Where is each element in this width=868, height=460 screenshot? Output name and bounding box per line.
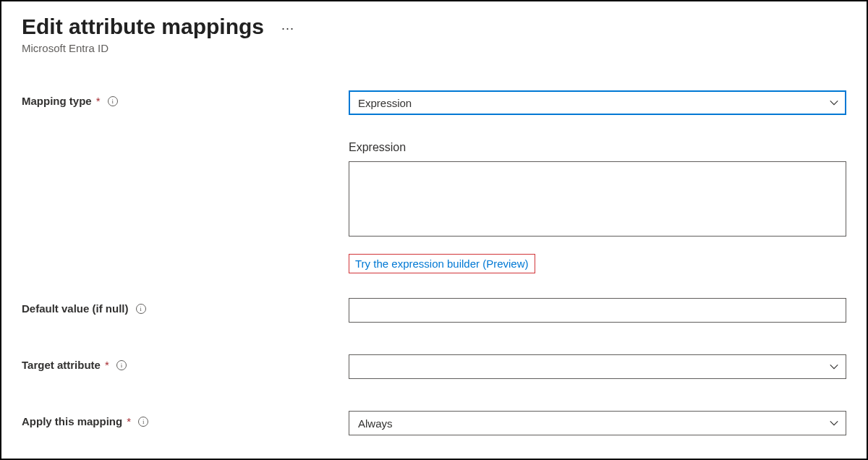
- required-asterisk: *: [124, 415, 131, 427]
- info-icon[interactable]: i: [138, 417, 148, 427]
- expression-textarea[interactable]: [349, 161, 846, 237]
- expression-label: Expression: [349, 141, 846, 154]
- default-value-label: Default value (if null): [22, 302, 129, 315]
- mapping-type-label: Mapping type *: [22, 95, 101, 107]
- try-expression-builder-link[interactable]: Try the expression builder (Preview): [349, 254, 535, 273]
- more-icon[interactable]: ···: [281, 22, 294, 35]
- info-icon[interactable]: i: [108, 96, 118, 106]
- page-title: Edit attribute mappings: [22, 14, 264, 39]
- target-attribute-label: Target attribute *: [22, 359, 109, 371]
- apply-mapping-select[interactable]: Always: [349, 411, 846, 435]
- page-header: Edit attribute mappings ··· Microsoft En…: [22, 14, 846, 54]
- default-value-input[interactable]: [349, 298, 846, 323]
- mapping-type-select[interactable]: Expression: [349, 90, 846, 115]
- target-attribute-select[interactable]: [349, 354, 846, 379]
- required-asterisk: *: [102, 359, 109, 371]
- info-icon[interactable]: i: [136, 304, 146, 314]
- required-asterisk: *: [93, 95, 101, 107]
- page-subtitle: Microsoft Entra ID: [22, 42, 846, 54]
- apply-mapping-label: Apply this mapping *: [22, 415, 131, 427]
- info-icon[interactable]: i: [116, 360, 127, 370]
